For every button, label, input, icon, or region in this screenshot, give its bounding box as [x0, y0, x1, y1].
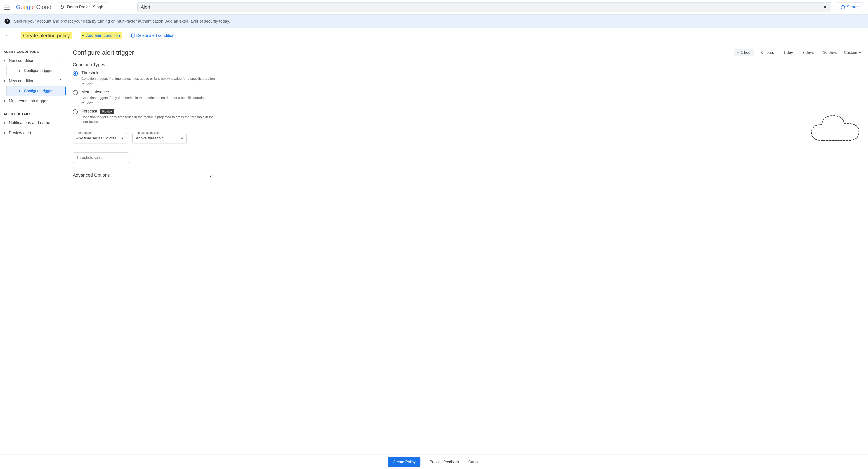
bullet-icon: [4, 80, 5, 82]
radio-label: Forecast Preview: [81, 109, 217, 114]
sidebar-item-label: Notifications and name: [9, 121, 50, 125]
threshold-value-input[interactable]: [76, 156, 126, 160]
top-header: Google Cloud Demo Project Singh ✕ Search: [0, 0, 868, 14]
search-button-label: Search: [847, 5, 860, 9]
sidebar-item-notifications[interactable]: Notifications and name: [0, 118, 66, 128]
time-range-1d[interactable]: 1 day: [781, 49, 795, 56]
time-range-custom[interactable]: Custom: [844, 51, 861, 55]
provide-feedback-button[interactable]: Provide feedback: [430, 460, 459, 464]
main-content: Configure alert trigger 1 hour 6 hours 1…: [66, 43, 868, 455]
sidebar-item-condition-2-configure[interactable]: Configure trigger: [6, 86, 66, 96]
time-range-picker: 1 hour 6 hours 1 day 7 days 30 days Cust…: [735, 49, 861, 56]
radio-label: Threshold: [81, 70, 217, 75]
search-box[interactable]: ✕: [137, 2, 831, 12]
sidebar-item-multi-condition[interactable]: Multi-condition trigger: [0, 96, 66, 106]
search-button[interactable]: Search: [837, 2, 864, 12]
body: ALERT CONDITIONS New condition ⌃ Configu…: [0, 43, 868, 455]
sidebar: ALERT CONDITIONS New condition ⌃ Configu…: [0, 43, 66, 455]
sidebar-item-review[interactable]: Review alert: [0, 128, 66, 138]
info-icon: i: [4, 19, 10, 24]
radio-description: Condition triggers if any timeseries in …: [81, 114, 217, 124]
delete-alert-condition-label: Delete alert condition: [136, 33, 175, 38]
radio-description: Condition triggers if any time series in…: [81, 95, 217, 105]
alert-trigger-select[interactable]: Alert trigger Any time series violates: [73, 133, 127, 143]
field-label: Alert trigger: [75, 131, 93, 134]
sidebar-item-condition-2[interactable]: New condition ⌃: [0, 76, 66, 86]
field-value: Above threshold: [136, 136, 164, 140]
radio-icon[interactable]: [73, 109, 78, 114]
sidebar-item-label: Multi-condition trigger: [9, 99, 48, 103]
mfa-banner: i Secure your account and protect your d…: [0, 14, 868, 28]
sidebar-section-details: ALERT DETAILS: [0, 110, 66, 118]
time-range-custom-label: Custom: [844, 51, 857, 55]
time-range-7d[interactable]: 7 days: [800, 49, 816, 56]
sidebar-item-label: Configure trigger: [24, 68, 53, 73]
trash-icon: [131, 34, 134, 37]
time-range-1h[interactable]: 1 hour: [735, 49, 754, 56]
cancel-button[interactable]: Cancel: [468, 460, 480, 464]
project-icon: [61, 5, 65, 9]
condition-type-threshold[interactable]: Threshold Condition triggers if a time s…: [73, 70, 217, 86]
page-title: Create alerting policy: [21, 32, 72, 39]
condition-types-heading: Condition Types: [73, 62, 861, 67]
chevron-up-icon[interactable]: ⌃: [59, 78, 62, 83]
chevron-up-icon[interactable]: ⌃: [59, 58, 62, 63]
caret-down-icon: [121, 138, 124, 139]
time-range-6h[interactable]: 6 hours: [759, 49, 776, 56]
chevron-down-icon: ⌄: [209, 172, 213, 178]
radio-description: Condition triggers if a time series rise…: [81, 76, 217, 86]
logo-cloud-text: Cloud: [36, 4, 52, 11]
sidebar-item-condition-1[interactable]: New condition ⌃: [0, 55, 66, 66]
time-range-30d[interactable]: 30 days: [821, 49, 839, 56]
bullet-icon: [4, 100, 5, 102]
delete-alert-condition-button[interactable]: Delete alert condition: [131, 33, 175, 38]
main-title: Configure alert trigger: [73, 49, 134, 56]
sidebar-item-label: New condition: [9, 58, 34, 63]
sidebar-item-label: New condition: [9, 79, 34, 83]
project-picker[interactable]: Demo Project Singh: [57, 2, 107, 12]
radio-icon[interactable]: [73, 71, 78, 76]
bullet-icon: [19, 70, 20, 72]
project-name: Demo Project Singh: [67, 5, 103, 9]
search-input[interactable]: [141, 4, 822, 10]
footer: Create Policy Provide feedback Cancel: [0, 455, 868, 469]
banner-text: Secure your account and protect your dat…: [14, 19, 230, 24]
threshold-position-select[interactable]: Threshold position Above threshold: [132, 133, 187, 143]
threshold-value-input-wrap[interactable]: [73, 153, 129, 163]
radio-label: Metric absence: [81, 90, 217, 94]
cloud-placeholder-icon: [809, 111, 861, 145]
add-alert-condition-label: Add alert condition: [86, 33, 120, 38]
advanced-options-label: Advanced Options: [73, 173, 110, 178]
sidebar-section-conditions: ALERT CONDITIONS: [0, 48, 66, 55]
bullet-icon: [4, 132, 5, 134]
page-header: ← Create alerting policy + Add alert con…: [0, 28, 868, 43]
back-arrow-icon[interactable]: ←: [4, 31, 12, 40]
bullet-icon: [4, 122, 5, 124]
advanced-options-toggle[interactable]: Advanced Options ⌄: [73, 172, 213, 178]
radio-icon[interactable]: [73, 90, 78, 95]
search-icon: [841, 5, 845, 9]
condition-type-absence[interactable]: Metric absence Condition triggers if any…: [73, 90, 217, 105]
preview-badge: Preview: [100, 109, 114, 114]
google-cloud-logo[interactable]: Google Cloud: [16, 4, 52, 11]
add-alert-condition-button[interactable]: + Add alert condition: [81, 32, 122, 39]
caret-down-icon: [859, 52, 861, 53]
bullet-icon: [19, 90, 20, 92]
menu-icon[interactable]: [4, 5, 10, 10]
field-label: Threshold position: [135, 131, 162, 134]
field-value: Any time series violates: [76, 136, 117, 140]
sidebar-item-label: Review alert: [9, 131, 31, 135]
sidebar-item-condition-1-configure[interactable]: Configure trigger: [6, 66, 66, 76]
clear-search-icon[interactable]: ✕: [822, 3, 828, 11]
condition-type-forecast[interactable]: Forecast Preview Condition triggers if a…: [73, 109, 217, 124]
plus-icon: +: [82, 33, 85, 39]
caret-down-icon: [181, 138, 183, 139]
sidebar-item-label: Configure trigger: [24, 89, 53, 93]
create-policy-button[interactable]: Create Policy: [388, 457, 421, 467]
bullet-icon: [4, 60, 5, 62]
